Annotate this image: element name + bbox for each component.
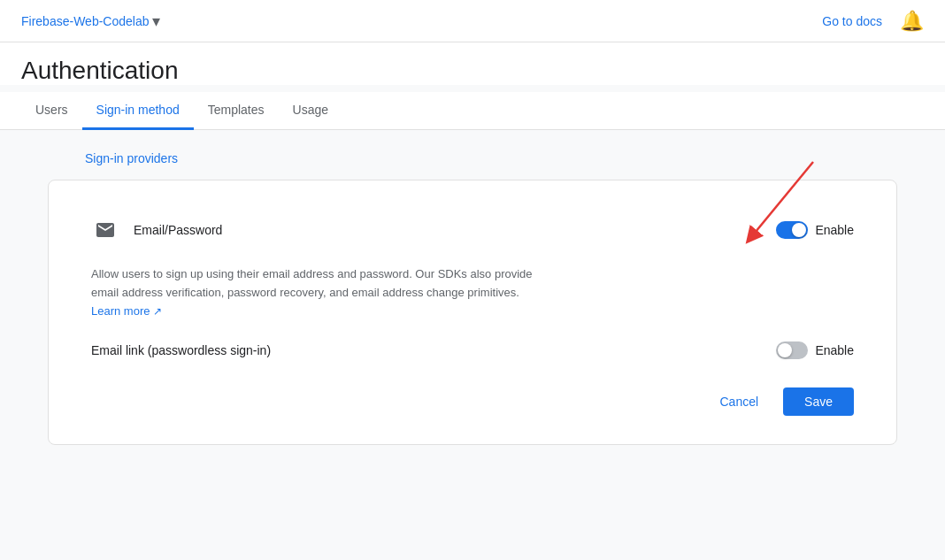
- email-icon: [91, 216, 119, 244]
- tab-templates[interactable]: Templates: [194, 92, 279, 130]
- card-wrapper: Email/Password Enable Allow users to sig…: [21, 180, 924, 445]
- top-bar: Firebase-Web-Codelab ▾ Go to docs 🔔: [0, 0, 945, 42]
- email-link-row: Email link (passwordless sign-in) Enable: [91, 341, 854, 359]
- tab-sign-in-method[interactable]: Sign-in method: [82, 92, 194, 130]
- email-link-enable-label: Enable: [815, 343, 854, 357]
- main-content: Sign-in providers Email/Password: [0, 130, 945, 560]
- tab-users[interactable]: Users: [21, 92, 82, 130]
- tab-usage[interactable]: Usage: [279, 92, 342, 130]
- email-link-slider: [776, 341, 808, 359]
- email-link-toggle-group: Enable: [776, 341, 854, 359]
- email-password-label: Email/Password: [134, 223, 776, 237]
- email-password-toggle-group: Enable: [776, 221, 854, 239]
- cancel-button[interactable]: Cancel: [702, 387, 776, 416]
- button-row: Cancel Save: [91, 387, 854, 416]
- go-to-docs-link[interactable]: Go to docs: [822, 14, 882, 28]
- email-link-label: Email link (passwordless sign-in): [91, 343, 776, 357]
- email-password-toggle[interactable]: [776, 221, 808, 239]
- email-password-row: Email/Password Enable: [91, 216, 854, 244]
- page-title: Authentication: [21, 57, 924, 85]
- external-link-icon: ↗: [153, 305, 162, 318]
- email-password-enable-label: Enable: [815, 223, 854, 237]
- email-password-description: Allow users to sign up using their email…: [91, 265, 551, 320]
- email-link-toggle[interactable]: [776, 341, 808, 359]
- tabs-bar: Users Sign-in method Templates Usage: [0, 92, 945, 130]
- chevron-down-icon: ▾: [152, 12, 160, 31]
- learn-more-link[interactable]: Learn more ↗: [91, 304, 162, 318]
- save-button[interactable]: Save: [783, 387, 854, 416]
- page-header: Authentication: [0, 42, 945, 85]
- toggle-slider: [776, 221, 808, 239]
- project-name: Firebase-Web-Codelab: [21, 14, 149, 28]
- section-title: Sign-in providers: [85, 151, 924, 165]
- top-bar-right: Go to docs 🔔: [822, 10, 924, 33]
- provider-card: Email/Password Enable Allow users to sig…: [48, 180, 897, 445]
- notifications-icon[interactable]: 🔔: [900, 10, 924, 33]
- project-selector[interactable]: Firebase-Web-Codelab ▾: [21, 12, 160, 31]
